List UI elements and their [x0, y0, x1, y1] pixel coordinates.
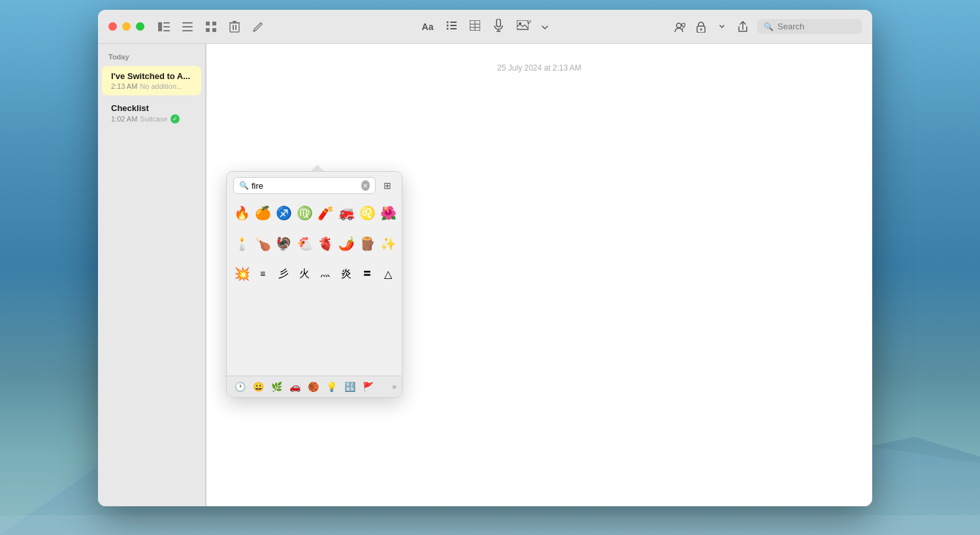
svg-point-34: [700, 28, 702, 30]
emoji-blaze-kanji[interactable]: 炎: [336, 264, 356, 284]
audio-icon[interactable]: [493, 19, 504, 35]
grid-view-icon[interactable]: [204, 20, 218, 33]
maximize-button[interactable]: [136, 22, 144, 31]
emoji-cat-activity[interactable]: 🏀: [305, 379, 321, 395]
emoji-hibiscus[interactable]: 🌺: [378, 203, 398, 223]
sidebar: Today I've Switched to A... 2:13 AM No a…: [98, 44, 206, 506]
emoji-picker-container: 🔍 ✕ ⊞ 🔥 🍊 ♐ ♍ 🧨 🚒: [226, 171, 402, 398]
emoji-rooster[interactable]: 🐔: [295, 234, 314, 253]
emoji-cat-flags[interactable]: 🚩: [360, 379, 376, 395]
note-preview-checklist: Suitcase: [140, 115, 167, 123]
emoji-turkey[interactable]: 🦃: [274, 234, 293, 253]
note-item-checklist[interactable]: Checklist 1:02 AM Suitcase ✓: [102, 98, 201, 129]
table-icon[interactable]: [470, 20, 480, 33]
emoji-search-field[interactable]: 🔍 ✕: [233, 177, 376, 194]
emoji-fire[interactable]: 🔥: [232, 203, 252, 223]
lock-icon[interactable]: [694, 20, 708, 33]
emoji-explosion[interactable]: 💥: [232, 264, 252, 284]
svg-rect-0: [158, 22, 162, 31]
emoji-chicken-leg[interactable]: 🍗: [253, 234, 272, 253]
sidebar-toggle-icon[interactable]: [157, 20, 171, 33]
svg-point-18: [447, 24, 449, 26]
emoji-flame-lines[interactable]: 彡: [274, 264, 293, 284]
emoji-pepper[interactable]: 🌶️: [336, 234, 356, 253]
close-button[interactable]: [108, 22, 117, 31]
emoji-log[interactable]: 🪵: [357, 234, 377, 253]
emoji-cat-recent[interactable]: 🕐: [232, 379, 248, 395]
svg-point-31: [677, 23, 681, 27]
svg-rect-21: [450, 28, 457, 29]
note-meta-checklist: 1:02 AM Suitcase ✓: [111, 114, 192, 123]
svg-rect-6: [182, 30, 193, 31]
chevron-lock-icon[interactable]: [715, 20, 728, 33]
note-item-switched[interactable]: I've Switched to A... 2:13 AM No additio…: [102, 66, 201, 95]
emoji-virgo[interactable]: ♍: [295, 203, 314, 223]
chevron-down-icon[interactable]: [542, 21, 548, 33]
list-style-icon[interactable]: [446, 21, 457, 33]
emoji-cat-nature[interactable]: 🌿: [269, 379, 284, 395]
emoji-heart[interactable]: 🫀: [316, 234, 335, 253]
emoji-sparkles[interactable]: ✨: [378, 234, 398, 253]
emoji-firetruck[interactable]: 🚒: [336, 203, 356, 223]
emoji-sagittarius[interactable]: ♐: [274, 203, 293, 223]
emoji-clear-button[interactable]: ✕: [361, 180, 370, 191]
emoji-triple-bar[interactable]: ≡: [253, 264, 272, 284]
svg-rect-19: [450, 25, 457, 26]
titlebar-center-tools: Aa: [422, 19, 549, 35]
emoji-search-input[interactable]: [252, 181, 359, 191]
emoji-orange[interactable]: 🍊: [253, 203, 272, 223]
emoji-firecracker[interactable]: 🧨: [316, 203, 335, 223]
svg-point-20: [447, 27, 449, 29]
emoji-cat-smileys[interactable]: 😀: [250, 379, 266, 395]
svg-rect-14: [233, 25, 234, 30]
collab-icon[interactable]: [674, 20, 687, 33]
search-input[interactable]: [777, 22, 855, 31]
emoji-cat-objects[interactable]: 💡: [323, 379, 339, 395]
share-icon[interactable]: [736, 20, 749, 33]
trash-icon[interactable]: [228, 20, 241, 33]
emoji-leo[interactable]: ♌: [357, 203, 377, 223]
svg-rect-10: [212, 28, 216, 32]
emoji-double-bar[interactable]: 〓: [357, 264, 377, 284]
emoji-picker: 🔍 ✕ ⊞ 🔥 🍊 ♐ ♍ 🧨 🚒: [226, 171, 402, 398]
traffic-lights: [108, 22, 144, 31]
emoji-search-icon: 🔍: [239, 181, 249, 190]
svg-rect-17: [450, 22, 457, 23]
titlebar: Aa: [98, 10, 872, 44]
minimize-button[interactable]: [122, 22, 131, 31]
emoji-cat-more[interactable]: »: [392, 382, 397, 391]
checklist-badge: ✓: [171, 114, 180, 123]
emoji-search-row: 🔍 ✕ ⊞: [227, 172, 402, 199]
note-title-switched: I've Switched to A...: [111, 71, 192, 81]
list-view-icon[interactable]: [181, 20, 194, 33]
svg-rect-5: [182, 26, 193, 27]
emoji-picker-arrow: [311, 165, 324, 171]
svg-rect-26: [497, 19, 500, 27]
svg-rect-13: [233, 21, 237, 22]
svg-rect-4: [182, 22, 193, 24]
emoji-cat-travel[interactable]: 🚗: [287, 379, 302, 395]
emoji-cat-symbols[interactable]: 🔣: [342, 379, 357, 395]
search-icon: 🔍: [764, 22, 774, 31]
svg-rect-9: [206, 28, 210, 32]
search-bar[interactable]: 🔍: [757, 19, 862, 34]
emoji-grid: 🔥 🍊 ♐ ♍ 🧨 🚒 ♌ 🌺 🕯️ 🍗 🦃 🐔 🫀: [227, 199, 402, 297]
emoji-four-dots[interactable]: 灬: [316, 264, 335, 284]
note-content-area[interactable]: 25 July 2024 at 2:13 AM 🔍 ✕ ⊞: [206, 44, 872, 506]
svg-rect-37: [0, 515, 980, 535]
svg-rect-12: [229, 22, 240, 24]
svg-rect-15: [235, 25, 237, 30]
font-icon[interactable]: Aa: [422, 22, 434, 32]
compose-icon[interactable]: [252, 20, 265, 33]
note-preview-switched: No addition...: [140, 82, 182, 90]
notes-window: Aa: [98, 10, 872, 506]
media-icon[interactable]: [517, 20, 529, 33]
svg-rect-3: [163, 30, 170, 31]
main-content: Today I've Switched to A... 2:13 AM No a…: [98, 44, 872, 506]
emoji-grid-toggle[interactable]: ⊞: [380, 178, 395, 193]
emoji-fire-kanji[interactable]: 火: [295, 264, 314, 284]
svg-point-16: [447, 21, 449, 23]
emoji-candle[interactable]: 🕯️: [232, 234, 252, 253]
emoji-triangle[interactable]: △: [378, 264, 398, 284]
sidebar-section-today: Today: [98, 49, 205, 65]
